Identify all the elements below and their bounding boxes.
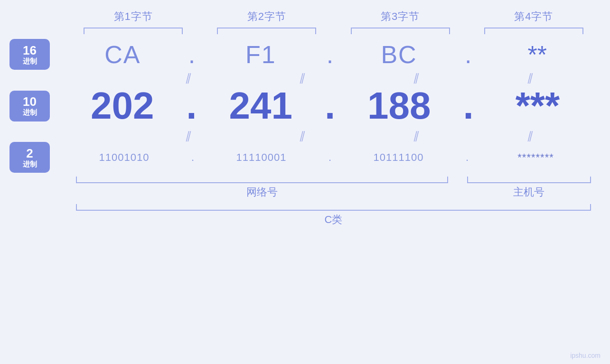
hex-byte3: BC	[336, 40, 462, 69]
byte1-header: 第1字节	[66, 9, 200, 24]
eq1-b2: ‖	[249, 73, 354, 83]
eq1-b4: ‖	[477, 73, 582, 83]
byte2-header: 第2字节	[200, 9, 333, 24]
class-label: C类	[66, 213, 601, 227]
hex-byte4: **	[474, 40, 601, 69]
byte3-header: 第3字节	[334, 9, 467, 24]
bin-dot2: .	[326, 151, 334, 164]
watermark: ipshu.com	[570, 352, 601, 359]
network-label: 网络号	[76, 185, 448, 199]
hex-byte1: CA	[59, 40, 186, 69]
byte4-header: 第4字节	[467, 9, 601, 24]
bin-byte3: 10111100	[334, 151, 463, 164]
dec-dot1: .	[185, 84, 197, 128]
hex-byte2: F1	[197, 40, 324, 69]
hex-dot2: .	[324, 40, 336, 69]
dec-byte1: 202	[59, 84, 185, 128]
eq2-b4: ‖	[477, 131, 582, 141]
eq2-b2: ‖	[249, 131, 354, 141]
bin-label: 2 进制	[9, 142, 50, 173]
dec-byte4: ***	[475, 84, 601, 128]
dec-label: 10 进制	[9, 91, 50, 121]
eq2-b1: ‖	[135, 131, 240, 141]
bracket-byte4	[467, 28, 601, 34]
bracket-byte1	[66, 28, 200, 34]
dec-dot2: .	[324, 84, 336, 128]
dec-byte2: 241	[198, 84, 324, 128]
eq1-b1: ‖	[135, 73, 240, 83]
eq1-b3: ‖	[363, 73, 468, 83]
bracket-byte3	[334, 28, 467, 34]
hex-dot1: .	[186, 40, 197, 69]
bin-dot3: .	[463, 151, 471, 164]
bin-byte1: 11001010	[59, 151, 189, 164]
bin-byte4: ********	[471, 151, 601, 164]
bin-byte2: 11110001	[197, 151, 326, 164]
dec-dot3: .	[462, 84, 474, 128]
dec-byte3: 188	[336, 84, 462, 128]
bracket-byte2	[200, 28, 333, 34]
bin-dot1: .	[189, 151, 197, 164]
hex-dot3: .	[462, 40, 474, 69]
host-label: 主机号	[467, 185, 591, 199]
class-bracket	[76, 204, 591, 211]
hex-label: 16 进制	[9, 39, 50, 70]
eq2-b3: ‖	[363, 131, 468, 141]
